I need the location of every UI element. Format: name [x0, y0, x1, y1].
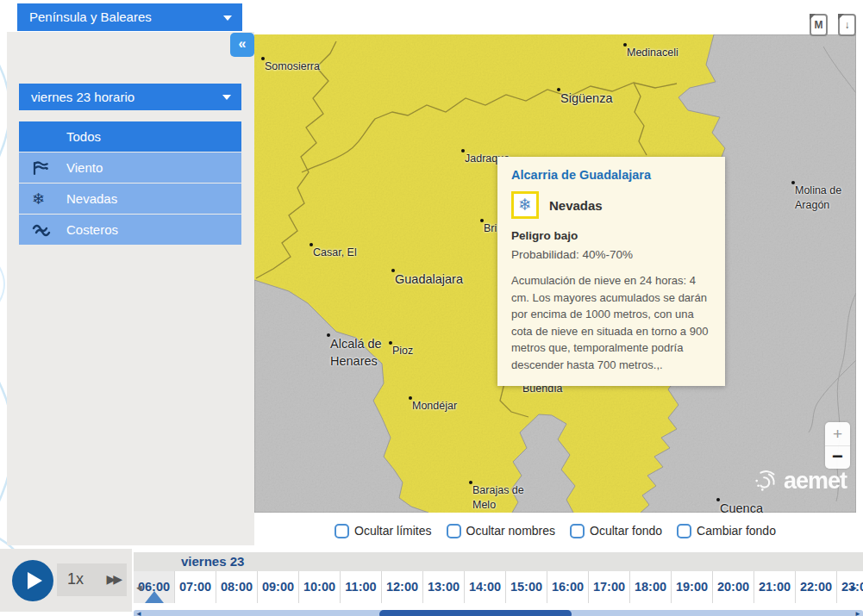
checkbox-ocultar-limites[interactable] — [335, 524, 349, 538]
wind-icon — [19, 159, 66, 177]
time-cell-22-00[interactable]: 22:00 — [796, 571, 837, 603]
filter-label: Todos — [66, 129, 101, 144]
option-label: Ocultar límites — [354, 524, 431, 538]
popup-region-title: Alcarria de Guadalajara — [511, 168, 711, 182]
checkbox-ocultar-nombres[interactable] — [447, 524, 461, 538]
timeline-scrollbar[interactable]: ◄ ► — [134, 610, 863, 616]
filter-costeros[interactable]: Costeros — [19, 215, 241, 245]
timeline-day-label: viernes 23 — [181, 552, 244, 571]
popup-danger-level: Peligro bajo — [511, 229, 711, 242]
region-selector-label: Península y Baleares — [29, 9, 152, 24]
timeline-scrollbar-thumb[interactable] — [379, 610, 572, 616]
map-document-icon[interactable]: M — [810, 14, 828, 36]
filter-viento[interactable]: Viento — [19, 152, 241, 183]
option-label: Cambiar fondo — [697, 524, 776, 538]
place-label-molina-de-aragon: Molina de Aragón — [791, 181, 841, 213]
time-cell-12-00[interactable]: 12:00 — [382, 571, 423, 603]
speed-control: 1x ▶▶ — [57, 563, 127, 596]
aemet-logo: aemet — [753, 468, 847, 495]
option-ocultar-fondo: Ocultar fondo — [570, 524, 662, 538]
option-ocultar-limites: Ocultar límites — [335, 524, 431, 538]
region-selector-dropdown[interactable]: Península y Baleares — [17, 3, 242, 31]
aemet-swirl-icon — [753, 469, 780, 495]
aemet-warnings-app: Península y Baleares M ↓ « viernes 23 ho… — [0, 0, 863, 616]
waves-icon — [19, 222, 66, 237]
time-cell-16-00[interactable]: 16:00 — [547, 571, 589, 603]
speed-value: 1x — [67, 570, 84, 588]
time-cell-15-00[interactable]: 15:00 — [506, 571, 547, 603]
fast-forward-icon[interactable]: ▶▶ — [106, 572, 120, 586]
time-cell-10-00[interactable]: 10:00 — [299, 571, 341, 603]
aemet-logo-text: aemet — [784, 468, 847, 495]
timeline-scroll-right-icon[interactable]: ► — [849, 582, 859, 593]
place-label-pioz: Pioz — [389, 341, 413, 358]
option-label: Ocultar nombres — [466, 524, 555, 538]
time-cell-07-00[interactable]: 07:00 — [175, 571, 216, 603]
time-cell-08-00[interactable]: 08:00 — [216, 571, 258, 603]
filter-label: Nevadas — [66, 191, 117, 206]
chevron-down-icon — [222, 95, 231, 100]
snowflake-icon: ❄ — [511, 191, 539, 219]
warning-popup: Alcarria de Guadalajara ❄ Nevadas Peligr… — [497, 157, 725, 386]
place-label-alcala-de-henares: Alcalá de Henares — [327, 333, 382, 370]
place-label-mondejar: Mondéjar — [409, 396, 457, 414]
sidebar-collapse-button[interactable]: « — [230, 33, 254, 57]
time-cell-13-00[interactable]: 13:00 — [423, 571, 465, 603]
place-label-barajas-de-melo: Barajas de Melo — [469, 481, 524, 513]
time-cell-18-00[interactable]: 18:00 — [630, 571, 672, 603]
timeline-marker[interactable] — [145, 591, 164, 603]
map-zoom-control: + − — [825, 422, 850, 469]
chevron-down-icon — [223, 16, 232, 21]
popup-description: Acumulación de nieve en 24 horas: 4 cm. … — [511, 272, 711, 373]
option-cambiar-fondo: Cambiar fondo — [677, 524, 776, 538]
filter-todos[interactable]: Todos — [19, 121, 241, 152]
time-cell-21-00[interactable]: 21:00 — [754, 571, 796, 603]
play-button[interactable] — [12, 560, 53, 601]
option-ocultar-nombres: Ocultar nombres — [447, 524, 555, 538]
scrollbar-right-arrow[interactable]: ► — [854, 610, 861, 616]
filter-list: TodosViento❄NevadasCosteros — [19, 121, 241, 246]
time-cell-17-00[interactable]: 17:00 — [589, 571, 630, 603]
place-label-medinaceli: Medinaceli — [623, 43, 679, 60]
date-selector-label: viernes 23 horario — [31, 90, 134, 104]
time-cell-11-00[interactable]: 11:00 — [341, 571, 382, 603]
filter-label: Viento — [66, 160, 103, 175]
collapse-chevrons-icon: « — [239, 36, 247, 51]
checkbox-ocultar-fondo[interactable] — [570, 524, 585, 538]
checkbox-cambiar-fondo[interactable] — [677, 524, 691, 538]
filter-nevadas[interactable]: ❄Nevadas — [19, 184, 241, 214]
timeline-bar: 1x ▶▶ viernes 23 ◄ ► 06:0007:0008:0009:0… — [0, 547, 863, 616]
place-label-casar-el: Casar, El — [310, 243, 357, 260]
place-label-somosierra: Somosierra — [261, 57, 320, 74]
option-label: Ocultar fondo — [590, 524, 662, 538]
timeline-header: viernes 23 — [134, 552, 863, 571]
map-document-letter: M — [815, 19, 823, 31]
zoom-out-button[interactable]: − — [825, 445, 850, 469]
sidebar: « viernes 23 horario TodosViento❄Nevadas… — [7, 32, 254, 545]
time-cell-19-00[interactable]: 19:00 — [672, 571, 713, 603]
playback-controls: 1x ▶▶ — [0, 549, 132, 612]
filter-label: Costeros — [66, 222, 118, 237]
download-arrow: ↓ — [845, 19, 850, 31]
zoom-in-button[interactable]: + — [825, 422, 850, 445]
place-label-siguenza: Sigüenza — [557, 88, 612, 108]
snowflake-icon: ❄ — [19, 191, 66, 207]
time-cell-20-00[interactable]: 20:00 — [713, 571, 754, 603]
scrollbar-left-arrow[interactable]: ◄ — [135, 610, 142, 616]
download-icon[interactable]: ↓ — [838, 14, 856, 36]
timeline-scroll-left-icon[interactable]: ◄ — [134, 582, 144, 593]
popup-phenomenon: Nevadas — [549, 198, 603, 213]
date-selector-dropdown[interactable]: viernes 23 horario — [19, 84, 241, 110]
time-cell-09-00[interactable]: 09:00 — [258, 571, 299, 603]
popup-probability: Probabilidad: 40%-70% — [511, 248, 711, 261]
place-label-guadalajara: Guadalajara — [391, 269, 463, 289]
map-options-row: Ocultar límitesOcultar nombresOcultar fo… — [254, 518, 856, 544]
warning-map[interactable]: SomosierraMedinaceliSigüenzaJadraqueMoli… — [254, 34, 856, 513]
time-cell-14-00[interactable]: 14:00 — [465, 571, 506, 603]
place-label-cuenca: Cuenca — [716, 498, 763, 513]
timeline-cells: ◄ ► 06:0007:0008:0009:0010:0011:0012:001… — [134, 571, 863, 603]
timeline: viernes 23 ◄ ► 06:0007:0008:0009:0010:00… — [134, 552, 863, 614]
